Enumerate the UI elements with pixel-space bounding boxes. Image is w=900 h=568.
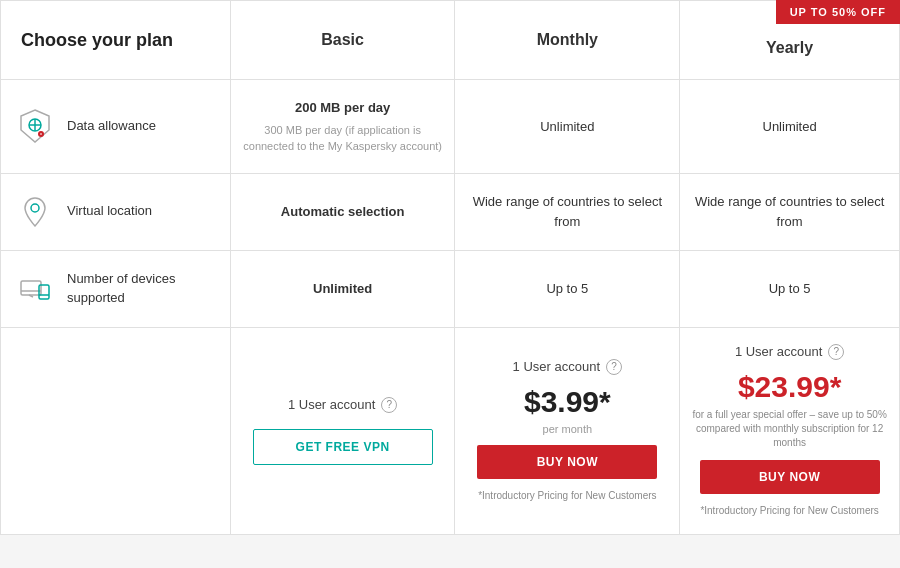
monthly-intro-note: *Introductory Pricing for New Customers bbox=[467, 489, 667, 503]
basic-data-secondary: 300 MB per day (if application is connec… bbox=[243, 122, 443, 155]
monthly-data-primary: Unlimited bbox=[467, 117, 667, 137]
yearly-price-note: for a full year special offer – save up … bbox=[692, 408, 887, 450]
monthly-devices-primary: Up to 5 bbox=[467, 279, 667, 299]
pricing-table: Choose your plan Basic Monthly Yearly bbox=[0, 0, 900, 535]
basic-location-primary: Automatic selection bbox=[243, 202, 443, 222]
monthly-price: $3.99* bbox=[467, 385, 667, 419]
location-icon bbox=[15, 192, 55, 232]
monthly-help-icon[interactable]: ? bbox=[606, 359, 622, 375]
basic-data-primary: 200 MB per day bbox=[243, 98, 443, 118]
pricing-feature-cell bbox=[1, 327, 231, 534]
yearly-buy-button[interactable]: BUY NOW bbox=[700, 460, 880, 494]
basic-devices: Unlimited bbox=[230, 250, 455, 327]
devices-icon bbox=[15, 269, 55, 309]
monthly-header: Monthly bbox=[455, 1, 680, 80]
basic-user-account: 1 User account bbox=[288, 397, 375, 412]
table-row: Number of devices supported Unlimited Up… bbox=[1, 250, 900, 327]
yearly-data-primary: Unlimited bbox=[692, 117, 887, 137]
feature-cell-data-allowance: Data allowance bbox=[1, 80, 231, 174]
yearly-devices: Up to 5 bbox=[680, 250, 900, 327]
table-row: Data allowance 200 MB per day 300 MB per… bbox=[1, 80, 900, 174]
yearly-location-primary: Wide range of countries to select from bbox=[692, 192, 887, 231]
svg-rect-7 bbox=[21, 281, 41, 295]
monthly-buy-button[interactable]: BUY NOW bbox=[477, 445, 657, 479]
monthly-pricing-cell: 1 User account ? $3.99* per month BUY NO… bbox=[455, 327, 680, 534]
discount-banner: UP TO 50% OFF bbox=[776, 0, 900, 24]
yearly-pricing-cell: 1 User account ? $23.99* for a full year… bbox=[680, 327, 900, 534]
feature-label-virtual-location: Virtual location bbox=[67, 202, 152, 220]
monthly-virtual-location: Wide range of countries to select from bbox=[455, 173, 680, 250]
feature-cell-devices: Number of devices supported bbox=[1, 250, 231, 327]
yearly-intro-note: *Introductory Pricing for New Customers bbox=[692, 504, 887, 518]
monthly-location-primary: Wide range of countries to select from bbox=[467, 192, 667, 231]
basic-data-allowance: 200 MB per day 300 MB per day (if applic… bbox=[230, 80, 455, 174]
get-free-vpn-button[interactable]: GET FREE VPN bbox=[253, 429, 433, 465]
svg-point-6 bbox=[31, 204, 39, 212]
yearly-user-account: 1 User account bbox=[735, 344, 822, 359]
basic-devices-primary: Unlimited bbox=[243, 279, 443, 299]
pricing-row: 1 User account ? GET FREE VPN 1 User acc… bbox=[1, 327, 900, 534]
basic-help-icon[interactable]: ? bbox=[381, 397, 397, 413]
yearly-help-icon[interactable]: ? bbox=[828, 344, 844, 360]
table-row: Virtual location Automatic selection Wid… bbox=[1, 173, 900, 250]
feature-header: Choose your plan bbox=[1, 1, 231, 80]
header-row: Choose your plan Basic Monthly Yearly bbox=[1, 1, 900, 80]
yearly-data-allowance: Unlimited bbox=[680, 80, 900, 174]
basic-header: Basic bbox=[230, 1, 455, 80]
feature-label-devices: Number of devices supported bbox=[67, 270, 216, 306]
yearly-devices-primary: Up to 5 bbox=[692, 279, 887, 299]
feature-cell-virtual-location: Virtual location bbox=[1, 173, 231, 250]
shield-icon bbox=[15, 106, 55, 146]
feature-label-data-allowance: Data allowance bbox=[67, 117, 156, 135]
yearly-price: $23.99* bbox=[692, 370, 887, 404]
monthly-data-allowance: Unlimited bbox=[455, 80, 680, 174]
monthly-user-account: 1 User account bbox=[513, 359, 600, 374]
basic-virtual-location: Automatic selection bbox=[230, 173, 455, 250]
monthly-devices: Up to 5 bbox=[455, 250, 680, 327]
page-wrapper: UP TO 50% OFF Choose your plan Basic Mon… bbox=[0, 0, 900, 535]
basic-pricing-cell: 1 User account ? GET FREE VPN bbox=[230, 327, 455, 534]
monthly-per: per month bbox=[467, 423, 667, 435]
yearly-virtual-location: Wide range of countries to select from bbox=[680, 173, 900, 250]
